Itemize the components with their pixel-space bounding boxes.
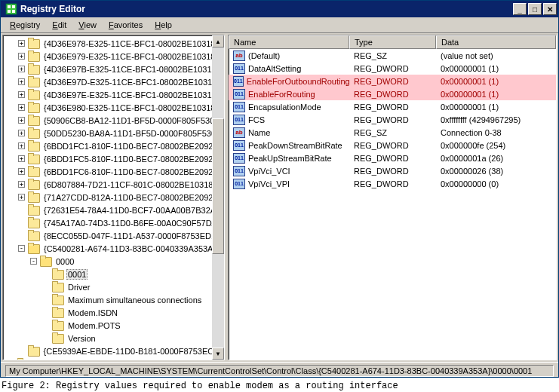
tree-label[interactable]: CoDeviceInstallers	[32, 360, 104, 361]
expander-icon[interactable]: +	[18, 66, 25, 72]
tree-label[interactable]: Modem.ISDN	[66, 308, 119, 317]
tree-node[interactable]: +{4D36E980-E325-11CE-BFC1-08002BE10318}	[5, 101, 223, 114]
tree-pane[interactable]: +{4D36E978-E325-11CE-BFC1-08002BE10318}+…	[2, 35, 225, 360]
tree-node[interactable]: +{4D36E978-E325-11CE-BFC1-08002BE10318}	[5, 37, 223, 50]
scroll-down[interactable]: ▼	[212, 348, 224, 360]
value-row[interactable]: 011FCSREG_DWORD0xffffffff (4294967295)	[229, 113, 556, 126]
expander-icon[interactable]: +	[18, 194, 25, 201]
tree-node[interactable]: Driver	[5, 280, 223, 293]
tree-node[interactable]: +{6BDD1FC5-810F-11D0-BEC7-08002BE2092F}	[5, 152, 223, 165]
expander-icon[interactable]: +	[18, 117, 25, 124]
tree-label[interactable]: {6D807884-7D21-11CF-801C-08002BE10318}	[42, 180, 217, 189]
tree-node[interactable]: Maximum simultaneous connections	[5, 293, 223, 306]
maximize-button[interactable]: □	[528, 3, 542, 15]
value-row[interactable]: 011DataAltSettingREG_DWORD0x00000001 (1)	[229, 62, 556, 75]
col-header-name[interactable]: Name	[229, 35, 349, 49]
scroll-up[interactable]: ▲	[212, 35, 224, 47]
menu-help[interactable]: Help	[149, 19, 178, 31]
tree-label[interactable]: {C5400281-A674-11D3-83BC-0040339A353A}	[42, 244, 217, 253]
col-header-type[interactable]: Type	[349, 35, 436, 49]
tree-node[interactable]: 0001	[5, 268, 223, 280]
tree-label[interactable]: {4D36E978-E325-11CE-BFC1-08002BE10318}	[42, 39, 220, 48]
tree-node[interactable]: +{4D36E97E-E325-11CE-BFC1-08002BE10318}	[5, 88, 223, 101]
tree-label[interactable]: {8ECC055D-047F-11D1-A537-0000F8753ED1}	[42, 231, 220, 240]
value-row[interactable]: abNameREG_SZConnection 0-38	[229, 126, 556, 139]
tree-label[interactable]: {4D36E97E-E325-11CE-BFC1-08002BE10318}	[42, 90, 220, 100]
menu-view[interactable]: View	[72, 19, 103, 31]
tree-node[interactable]: -0000	[5, 255, 223, 268]
tree-label[interactable]: {4D36E980-E325-11CE-BFC1-08002BE10318}	[42, 103, 220, 112]
value-row[interactable]: 011PeakUpStreamBitRateREG_DWORD0x0000001…	[229, 152, 556, 164]
tree-node[interactable]: -{C5400281-A674-11D3-83BC-0040339A353A}	[5, 242, 223, 255]
tree-node[interactable]: +{6BDD1FC1-810F-11D0-BEC7-08002BE2092F}	[5, 139, 223, 152]
value-row[interactable]: 011EnableForRoutingREG_DWORD0x00000001 (…	[229, 87, 556, 100]
tree-node[interactable]: +{4D36E979-E325-11CE-BFC1-08002BE10318}	[5, 50, 223, 63]
tree-label[interactable]: Driver	[66, 283, 91, 292]
expander-icon[interactable]: +	[18, 130, 25, 136]
expander-icon[interactable]: +	[18, 40, 25, 47]
tree-label[interactable]: {4D36E97B-E325-11CE-BFC1-08002BE10318}	[42, 65, 220, 74]
expander-icon[interactable]: +	[18, 91, 25, 98]
tree-node[interactable]: +{6BDD1FC6-810F-11D0-BEC7-08002BE2092F}	[5, 165, 223, 178]
expander-icon[interactable]: +	[18, 53, 25, 60]
tree-node[interactable]: {8ECC055D-047F-11D1-A537-0000F8753ED1}	[5, 229, 223, 242]
value-type: REG_DWORD	[349, 179, 436, 188]
tree-label[interactable]: {4D36E979-E325-11CE-BFC1-08002BE10318}	[42, 52, 220, 61]
tree-node[interactable]: +{6D807884-7D21-11CF-801C-08002BE10318}	[5, 178, 223, 191]
tree-label[interactable]: {CE5939AE-EBDE-11D0-B181-0000F8753EC4}	[42, 347, 223, 356]
tree-label[interactable]: {50906CB8-BA12-11D1-BF5D-0000F805F530}	[42, 116, 219, 125]
value-row[interactable]: ab(Default)REG_SZ(value not set)	[229, 49, 556, 62]
tree-label[interactable]: {6BDD1FC1-810F-11D0-BEC7-08002BE2092F}	[42, 142, 223, 151]
expander-icon[interactable]: -	[18, 245, 25, 252]
expander-blank	[42, 322, 49, 329]
scrollbar-vertical[interactable]: ▲ ▼	[212, 35, 224, 360]
tree-node[interactable]: Version	[5, 332, 223, 345]
value-name: Name	[248, 128, 270, 137]
tree-label[interactable]: Modem.POTS	[66, 321, 122, 330]
tree-label[interactable]: 0000	[54, 257, 75, 266]
list-pane[interactable]: Name Type Data ab(Default)REG_SZ(value n…	[228, 35, 557, 360]
tree-node[interactable]: Modem.ISDN	[5, 306, 223, 319]
tree-label[interactable]: Maximum simultaneous connections	[66, 296, 203, 305]
tree-label[interactable]: {6BDD1FC6-810F-11D0-BEC7-08002BE2092F}	[42, 167, 223, 176]
tree-node[interactable]: {72631E54-78A4-11D0-BCF7-00AA00B7B32A}	[5, 204, 223, 216]
tree-node[interactable]: CoDeviceInstallers	[5, 357, 223, 360]
tree-label[interactable]: {6BDD1FC5-810F-11D0-BEC7-08002BE2092F}	[42, 155, 223, 164]
tree-node[interactable]: +{4D36E97B-E325-11CE-BFC1-08002BE10318}	[5, 63, 223, 75]
expander-icon[interactable]: +	[18, 78, 25, 85]
col-header-data[interactable]: Data	[436, 35, 556, 49]
close-button[interactable]: ✕	[543, 3, 557, 15]
tree-label[interactable]: {71A27CDD-812A-11D0-BEC7-08002BE2092F}	[42, 193, 223, 202]
minimize-button[interactable]: _	[513, 3, 527, 15]
value-row[interactable]: 011EncapsulationModeREG_DWORD0x00000001 …	[229, 100, 556, 113]
tree-node[interactable]: +{50906CB8-BA12-11D1-BF5D-0000F805F530}	[5, 114, 223, 127]
expander-icon[interactable]: -	[30, 258, 37, 265]
tree-label[interactable]: {4D36E97D-E325-11CE-BFC1-08002BE10318}	[42, 78, 221, 87]
menu-edit[interactable]: Edit	[46, 19, 72, 31]
tree-label[interactable]: {50DD5230-BA8A-11D1-BF5D-0000F805F530}	[42, 129, 220, 138]
expander-icon[interactable]: +	[18, 155, 25, 162]
scroll-thumb[interactable]	[212, 118, 224, 254]
tree-label[interactable]: Version	[66, 334, 97, 343]
expander-icon[interactable]: +	[18, 168, 25, 175]
tree-node[interactable]: +{50DD5230-BA8A-11D1-BF5D-0000F805F530}	[5, 127, 223, 139]
tree-node[interactable]: +{71A27CDD-812A-11D0-BEC7-08002BE2092F}	[5, 191, 223, 204]
tree-label[interactable]: {72631E54-78A4-11D0-BCF7-00AA00B7B32A}	[42, 206, 220, 215]
expander-icon[interactable]: +	[18, 104, 25, 111]
value-row[interactable]: 011EnableForOutboundRoutingREG_DWORD0x00…	[229, 75, 556, 87]
tree-node[interactable]: +{4D36E97D-E325-11CE-BFC1-08002BE10318}	[5, 75, 223, 88]
value-row[interactable]: 011VpiVci_VPIREG_DWORD0x00000000 (0)	[229, 177, 556, 190]
value-row[interactable]: 011VpiVci_VCIREG_DWORD0x00000026 (38)	[229, 164, 556, 177]
value-name: VpiVci_VPI	[248, 179, 290, 188]
expander-icon[interactable]: +	[18, 181, 25, 188]
tree-node[interactable]: {745A17A0-74D3-11D0-B6FE-00A0C90F57DA}	[5, 216, 223, 229]
tree-node[interactable]: Modem.POTS	[5, 319, 223, 332]
value-data: 0x00000000 (0)	[436, 179, 556, 188]
value-row[interactable]: 011PeakDownStreamBitRateREG_DWORD0x00000…	[229, 139, 556, 152]
tree-label[interactable]: 0001	[66, 269, 88, 280]
expander-icon[interactable]: +	[18, 142, 25, 149]
tree-node[interactable]: {CE5939AE-EBDE-11D0-B181-0000F8753EC4}	[5, 345, 223, 357]
menu-favorites[interactable]: Favorites	[103, 19, 149, 31]
menu-registry[interactable]: Registry	[4, 19, 46, 31]
tree-label[interactable]: {745A17A0-74D3-11D0-B6FE-00A0C90F57DA}	[42, 219, 222, 228]
